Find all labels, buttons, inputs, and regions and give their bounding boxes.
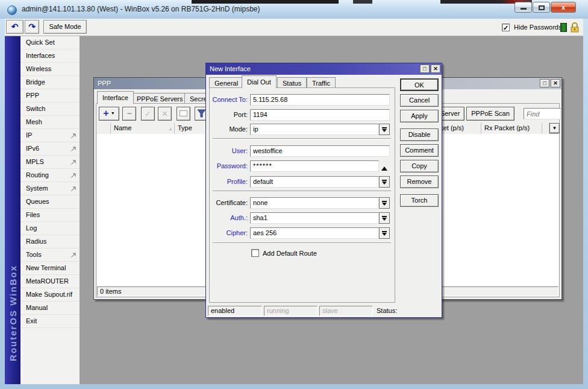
sidebar-item-exit[interactable]: Exit <box>20 315 80 328</box>
add-default-route-label: Add Default Route <box>263 250 317 257</box>
sidebar-item-switch[interactable]: Switch <box>20 103 80 116</box>
chevron-down-icon: ▼ <box>111 111 115 115</box>
safe-mode-button[interactable]: Safe Mode <box>43 20 87 34</box>
sidebar-item-radius[interactable]: Radius <box>20 235 80 248</box>
tab-status[interactable]: Status <box>277 77 307 88</box>
certificate-select[interactable]: none <box>250 197 379 209</box>
cancel-button[interactable]: Cancel <box>400 94 439 107</box>
port-label: Port: <box>208 109 248 121</box>
main-toolbar: ↶ ↷ Safe Mode ✓ Hide Passwords <box>5 19 583 36</box>
mode-select[interactable]: ip <box>250 124 379 135</box>
undo-icon: ↶ <box>11 22 19 31</box>
comment-button[interactable]: Comment <box>400 144 439 157</box>
apply-button[interactable]: Apply <box>400 110 439 122</box>
dialog-close-button[interactable]: ✕ <box>431 65 440 73</box>
cipher-select[interactable]: aes 256 <box>250 227 379 239</box>
connect-to-input[interactable]: 5.115.25.68 <box>250 94 390 106</box>
ppp-close-button[interactable]: ✕ <box>551 79 560 87</box>
add-interface-button[interactable]: + ▼ <box>99 107 119 121</box>
auth-dropdown-button[interactable] <box>379 212 390 224</box>
check-icon: ✓ <box>145 109 151 118</box>
tab-traffic[interactable]: Traffic <box>307 77 336 88</box>
password-expand-button[interactable] <box>381 163 387 171</box>
desktop-artifact <box>353 0 372 4</box>
column-header-flags[interactable] <box>98 123 111 134</box>
sidebar-item-routing[interactable]: Routing <box>20 169 80 182</box>
ok-button[interactable]: OK <box>400 78 439 91</box>
undo-button[interactable]: ↶ <box>6 20 23 34</box>
auth-label: Auth.: <box>208 212 248 224</box>
submenu-arrow-icon <box>70 146 77 152</box>
column-header-spacer <box>542 123 549 134</box>
mode-dropdown-button[interactable] <box>379 124 390 135</box>
profile-select[interactable]: default <box>250 176 379 188</box>
winbox-application-window: admin@141.101.13.80 (West) - WinBox v5.2… <box>0 0 588 389</box>
column-header-rx-packet[interactable]: Rx Packet (p/s) <box>481 123 542 134</box>
copy-button[interactable]: Copy <box>400 160 439 172</box>
sidebar-item-log[interactable]: Log <box>20 222 80 235</box>
sidebar-item-manual[interactable]: Manual <box>20 302 80 315</box>
sidebar-item-new-terminal[interactable]: New Terminal <box>20 262 80 275</box>
sidebar-item-tools[interactable]: Tools <box>20 248 80 262</box>
submenu-arrow-icon <box>70 172 77 179</box>
enable-button[interactable]: ✓ <box>141 107 155 121</box>
ppp-maximize-button[interactable]: □ <box>540 79 549 87</box>
tab-dial-out[interactable]: Dial Out <box>242 75 277 88</box>
tab-interface[interactable]: Interface <box>97 91 134 104</box>
sidebar-item-interfaces[interactable]: Interfaces <box>20 49 80 63</box>
sidebar-item-ppp[interactable]: PPP <box>20 89 80 103</box>
redo-button[interactable]: ↷ <box>25 20 39 34</box>
remove-interface-button[interactable]: − <box>122 107 136 121</box>
column-select-button[interactable]: ▼ <box>549 123 560 133</box>
maximize-button[interactable] <box>533 2 550 13</box>
sidebar-item-bridge[interactable]: Bridge <box>20 76 80 89</box>
connect-to-label: Connect To: <box>208 94 248 106</box>
sidebar-item-ipv6[interactable]: IPv6 <box>20 142 80 156</box>
sidebar-item-queues[interactable]: Queues <box>20 195 80 209</box>
cipher-dropdown-button[interactable] <box>379 227 390 239</box>
find-input[interactable] <box>524 108 561 119</box>
add-default-route-checkbox[interactable] <box>251 249 259 257</box>
minus-icon: − <box>127 109 131 118</box>
password-input[interactable]: ****** <box>250 160 379 172</box>
auth-select[interactable]: sha1 <box>250 212 379 224</box>
sidebar-item-quick-set[interactable]: Quick Set <box>20 36 80 49</box>
minimize-button[interactable] <box>514 2 532 13</box>
user-input[interactable]: westoffice <box>250 145 390 157</box>
minimize-icon <box>521 8 527 10</box>
sidebar-item-ip[interactable]: IP <box>20 129 80 142</box>
titlebar: admin@141.101.13.80 (West) - WinBox v5.2… <box>0 0 588 19</box>
disable-button[interactable]: ✕ <box>158 107 172 121</box>
remove-button[interactable]: Remove <box>400 176 439 188</box>
column-header-name[interactable]: Name ▵ <box>111 123 175 134</box>
sidebar-item-mpls[interactable]: MPLS <box>20 156 80 169</box>
sidebar-menu: Quick Set Interfaces Wireless Bridge PPP… <box>20 36 80 384</box>
comment-button[interactable] <box>177 107 190 121</box>
maximize-icon: □ <box>543 80 546 86</box>
torch-button[interactable]: Torch <box>400 194 439 207</box>
port-input[interactable]: 1194 <box>250 109 390 121</box>
submenu-arrow-icon <box>70 159 77 165</box>
lock-icon <box>570 22 580 33</box>
sidebar-item-wireless[interactable]: Wireless <box>20 63 80 76</box>
dialog-maximize-button[interactable]: □ <box>420 65 430 73</box>
profile-dropdown-button[interactable] <box>379 176 390 188</box>
disable-button[interactable]: Disable <box>400 128 439 141</box>
brand-strip: RouterOS WinBox <box>5 36 20 384</box>
sidebar-item-metarouter[interactable]: MetaROUTER <box>20 275 80 288</box>
pppoe-scan-button[interactable]: PPPoE Scan <box>466 107 514 121</box>
checkmark-icon: ✓ <box>503 24 508 31</box>
hide-passwords-checkbox[interactable]: ✓ <box>502 24 510 31</box>
sidebar-item-system[interactable]: System <box>20 182 80 195</box>
status-slave: slave <box>319 306 373 316</box>
sidebar-item-make-supout[interactable]: Make Supout.rif <box>20 288 80 302</box>
tab-general[interactable]: General <box>209 77 243 88</box>
close-button[interactable]: x <box>551 2 576 13</box>
certificate-dropdown-button[interactable] <box>379 197 390 209</box>
submenu-arrow-icon <box>70 133 77 139</box>
close-icon: ✕ <box>433 66 438 72</box>
sidebar-item-mesh[interactable]: Mesh <box>20 116 80 129</box>
comment-icon <box>180 110 187 116</box>
sidebar-item-files[interactable]: Files <box>20 209 80 222</box>
tab-pppoe-servers[interactable]: PPPoE Servers <box>131 93 188 104</box>
